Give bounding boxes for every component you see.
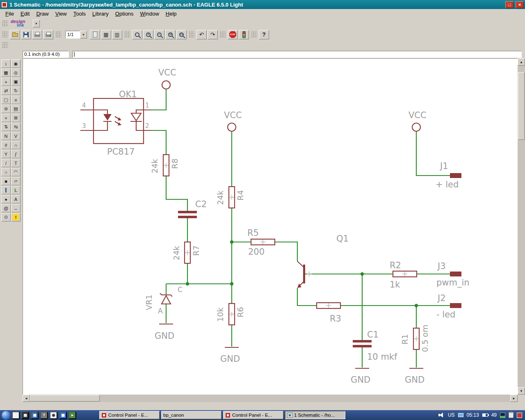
cam-processor-button[interactable] bbox=[43, 30, 53, 39]
display-tray-icon[interactable] bbox=[458, 413, 463, 417]
tool-name-button[interactable]: N bbox=[1, 132, 11, 140]
quicklaunch-display-icon[interactable]: ▣ bbox=[31, 411, 39, 419]
tool-junction-button[interactable]: ● bbox=[1, 195, 11, 203]
vertical-scroll-track[interactable] bbox=[518, 66, 525, 387]
toolbar-grip[interactable] bbox=[2, 31, 8, 38]
vertical-scroll-thumb[interactable] bbox=[518, 72, 525, 140]
vcc-symbol-r4[interactable]: VCC bbox=[224, 110, 242, 131]
tool-rect-button[interactable]: ■ bbox=[1, 177, 11, 185]
quicklaunch-browser-icon[interactable]: ◉ bbox=[50, 411, 57, 419]
toolbar-grip[interactable] bbox=[220, 31, 226, 38]
toolbar-grip[interactable] bbox=[2, 42, 8, 49]
quicklaunch-text-editor-icon[interactable]: T bbox=[40, 411, 48, 419]
toolbar-grip[interactable] bbox=[124, 31, 130, 38]
scroll-up-icon[interactable]: ▲ bbox=[518, 58, 525, 66]
tool-value-button[interactable]: V bbox=[11, 132, 21, 140]
tool-split-button[interactable]: Y bbox=[1, 150, 11, 158]
tool-mirror-button[interactable]: ⇄ bbox=[1, 87, 11, 95]
print-button[interactable] bbox=[32, 30, 42, 39]
zoom-in-button[interactable] bbox=[143, 30, 153, 39]
toolbar-grip[interactable] bbox=[55, 31, 61, 38]
component-c2[interactable]: C2 bbox=[178, 199, 207, 218]
tool-move-button[interactable]: + bbox=[1, 78, 11, 86]
toolbar-grip[interactable] bbox=[189, 31, 194, 38]
menu-options[interactable]: Options bbox=[112, 10, 137, 18]
vcc-symbol-j1[interactable]: VCC bbox=[409, 110, 427, 131]
tool-label-button[interactable]: A bbox=[11, 195, 21, 203]
tool-arc-button[interactable]: ◠ bbox=[11, 168, 21, 176]
component-r8[interactable]: 24k R8 bbox=[150, 155, 179, 176]
vcc-symbol-ok1[interactable]: VCC bbox=[158, 68, 176, 89]
task-button-control-panel-1[interactable]: Control Panel - E... bbox=[99, 411, 160, 419]
save-button[interactable] bbox=[21, 30, 31, 39]
quicklaunch-folder-icon[interactable]: ▸ bbox=[68, 411, 76, 419]
scroll-right-icon[interactable]: ► bbox=[510, 395, 518, 402]
volume-icon[interactable] bbox=[438, 413, 445, 418]
menu-tools[interactable]: Tools bbox=[70, 10, 89, 18]
vertical-scrollbar[interactable]: ▲ ▼ bbox=[518, 58, 525, 395]
go-button[interactable] bbox=[239, 30, 249, 39]
component-r6[interactable]: 10k R6 bbox=[216, 304, 245, 325]
tool-add-button[interactable]: ⊞ bbox=[11, 114, 21, 122]
tool-dimension-button[interactable]: ↔ bbox=[11, 204, 21, 212]
battery-icon[interactable] bbox=[482, 413, 488, 417]
redo-button[interactable]: ↷ bbox=[208, 30, 218, 39]
component-vr1[interactable]: VR1 C A bbox=[144, 285, 183, 315]
run-script-button[interactable] bbox=[90, 30, 100, 39]
tool-rotate-button[interactable]: ↻ bbox=[11, 87, 21, 95]
task-button-schematic[interactable]: 1 Schematic - /ho... bbox=[285, 411, 345, 419]
tool-smash-button[interactable]: # bbox=[1, 141, 11, 149]
tool-errors-button[interactable]: ! bbox=[11, 213, 21, 221]
gnd-symbol-r1[interactable]: GND bbox=[405, 368, 425, 385]
tool-change-button[interactable]: ≡ bbox=[11, 96, 21, 104]
quicklaunch-terminal-icon[interactable]: >_ bbox=[12, 411, 20, 419]
toolbar-grip[interactable] bbox=[251, 31, 257, 38]
component-r2[interactable]: R2 1k bbox=[390, 260, 417, 290]
zoom-fit-button[interactable] bbox=[132, 30, 142, 39]
tool-info-button[interactable]: i bbox=[1, 59, 11, 68]
component-j3[interactable]: J3 pwm_in bbox=[436, 261, 470, 288]
zoom-out-button[interactable] bbox=[154, 30, 164, 39]
help-button[interactable]: ? bbox=[259, 30, 269, 39]
component-r7[interactable]: 24k R7 bbox=[172, 242, 201, 263]
component-r4[interactable]: 24k R4 bbox=[216, 187, 245, 208]
tool-copy-button[interactable]: ▣ bbox=[11, 78, 21, 86]
tray-app-icon[interactable] bbox=[517, 413, 522, 418]
layer-settings-button[interactable]: ▥ bbox=[112, 30, 122, 39]
stop-button[interactable]: STOP bbox=[228, 30, 238, 39]
component-ok1[interactable]: OK1 PC817 4 3 1 2 bbox=[80, 89, 151, 157]
zoom-select-button[interactable] bbox=[176, 30, 187, 39]
tool-display-button[interactable]: ▦ bbox=[1, 68, 11, 77]
menu-library[interactable]: Library bbox=[89, 10, 112, 18]
scroll-left-icon[interactable]: ◄ bbox=[23, 395, 30, 402]
close-button[interactable]: × bbox=[516, 1, 524, 8]
tool-attribute-button[interactable]: @ bbox=[1, 204, 11, 212]
tool-miter-button[interactable]: ∩ bbox=[11, 141, 21, 149]
component-r3[interactable]: R3 bbox=[317, 303, 341, 324]
cpu-monitor-icon[interactable] bbox=[500, 413, 505, 418]
tool-pinswap-button[interactable]: ⇅ bbox=[1, 123, 11, 131]
menu-window[interactable]: Window bbox=[137, 10, 162, 18]
task-button-control-panel-2[interactable]: Control Panel - E... bbox=[223, 411, 283, 419]
command-input[interactable] bbox=[73, 51, 521, 57]
component-r1[interactable]: R1 0.5 om bbox=[400, 325, 429, 352]
component-j2[interactable]: J2 - led bbox=[436, 293, 461, 320]
menu-edit[interactable]: Edit bbox=[17, 10, 33, 18]
start-button[interactable] bbox=[2, 411, 10, 420]
undo-button[interactable]: ↶ bbox=[196, 30, 207, 39]
toolbar-grip[interactable] bbox=[2, 20, 8, 27]
tool-cut-button[interactable]: ⊘ bbox=[1, 105, 11, 113]
sheet-selector-value[interactable]: 1/1 bbox=[65, 31, 80, 39]
gnd-symbol-c1[interactable]: GND bbox=[351, 368, 370, 385]
net-wires[interactable] bbox=[151, 89, 450, 368]
menu-help[interactable]: Help bbox=[162, 10, 180, 18]
minimize-button[interactable]: □ bbox=[505, 1, 514, 8]
component-c1[interactable]: C1 10 mkf bbox=[353, 330, 397, 362]
designlink-dropdown-button[interactable]: ▼ bbox=[33, 20, 40, 27]
tool-wire-button[interactable]: / bbox=[1, 159, 11, 167]
grid-button[interactable]: ▦ bbox=[101, 30, 111, 39]
quicklaunch-file-manager-icon[interactable]: ▤ bbox=[21, 411, 29, 419]
tool-polygon-button[interactable]: ▱ bbox=[11, 177, 21, 185]
tool-circle-button[interactable]: ○ bbox=[1, 168, 11, 176]
tool-bus-button[interactable]: ∥ bbox=[1, 186, 11, 194]
